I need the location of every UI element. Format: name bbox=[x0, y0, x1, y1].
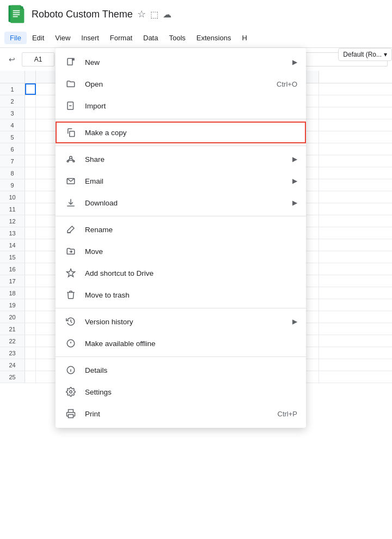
menu-item-version-history[interactable]: Version history ▶ bbox=[56, 311, 306, 332]
cell[interactable] bbox=[25, 203, 36, 215]
import-icon bbox=[64, 99, 77, 112]
undo-button[interactable]: ↩ bbox=[4, 52, 20, 67]
cell[interactable] bbox=[25, 95, 36, 107]
cell[interactable] bbox=[25, 359, 36, 371]
cell[interactable] bbox=[25, 155, 36, 167]
cell[interactable] bbox=[25, 191, 36, 203]
svg-rect-11 bbox=[70, 131, 75, 137]
cell[interactable] bbox=[25, 311, 36, 323]
row-number: 14 bbox=[0, 239, 25, 251]
shortcut-icon bbox=[64, 267, 77, 280]
name-box[interactable] bbox=[22, 52, 54, 66]
theme-label: Default (Ro... bbox=[343, 51, 382, 58]
import-label: Import bbox=[85, 102, 297, 110]
row-number: 24 bbox=[0, 359, 25, 371]
cell[interactable] bbox=[25, 287, 36, 299]
menu-edit[interactable]: Edit bbox=[27, 32, 50, 44]
menu-item-open[interactable]: Open Ctrl+O bbox=[56, 73, 306, 95]
cell[interactable] bbox=[25, 83, 36, 95]
details-label: Details bbox=[85, 366, 297, 374]
settings-label: Settings bbox=[85, 388, 297, 396]
title-actions: ☆ ⬚ ☁ bbox=[137, 8, 171, 20]
menu-help[interactable]: H bbox=[236, 32, 252, 44]
menu-item-move-to-trash[interactable]: Move to trash bbox=[56, 284, 306, 306]
shortcut-label: Add shortcut to Drive bbox=[85, 269, 297, 277]
row-number: 6 bbox=[0, 143, 25, 155]
new-arrow: ▶ bbox=[292, 58, 297, 66]
star-icon[interactable]: ☆ bbox=[137, 8, 146, 20]
share-arrow: ▶ bbox=[292, 155, 297, 163]
row-number: 12 bbox=[0, 215, 25, 227]
menu-item-print[interactable]: Print Ctrl+P bbox=[56, 403, 306, 425]
email-arrow: ▶ bbox=[292, 177, 297, 185]
menu-item-new[interactable]: New ▶ bbox=[56, 51, 306, 73]
svg-marker-20 bbox=[67, 269, 75, 277]
cell[interactable] bbox=[25, 335, 36, 347]
offline-icon bbox=[64, 337, 77, 350]
cell[interactable] bbox=[25, 299, 36, 311]
menu-tools[interactable]: Tools bbox=[163, 32, 191, 44]
cell[interactable] bbox=[25, 275, 36, 287]
menu-item-import[interactable]: Import bbox=[56, 95, 306, 117]
row-number: 17 bbox=[0, 275, 25, 287]
row-number: 8 bbox=[0, 167, 25, 179]
cell[interactable] bbox=[25, 323, 36, 335]
cell[interactable] bbox=[25, 239, 36, 251]
row-number: 11 bbox=[0, 203, 25, 215]
app-logo bbox=[7, 4, 26, 24]
cell[interactable] bbox=[25, 143, 36, 155]
menu-file[interactable]: File bbox=[4, 32, 27, 44]
row-number: 25 bbox=[0, 371, 25, 383]
open-icon bbox=[64, 77, 77, 90]
row-number: 3 bbox=[0, 107, 25, 119]
divider-1 bbox=[56, 119, 306, 119]
row-number: 7 bbox=[0, 155, 25, 167]
row-number: 1 bbox=[0, 83, 25, 95]
menu-format[interactable]: Format bbox=[105, 32, 138, 44]
row-number: 10 bbox=[0, 191, 25, 203]
menu-item-settings[interactable]: Settings bbox=[56, 381, 306, 403]
cell[interactable] bbox=[25, 251, 36, 263]
row-number: 13 bbox=[0, 227, 25, 239]
col-header-a bbox=[25, 71, 36, 83]
cell[interactable] bbox=[25, 179, 36, 191]
cell[interactable] bbox=[25, 131, 36, 143]
cell[interactable] bbox=[25, 347, 36, 359]
row-number: 20 bbox=[0, 311, 25, 323]
cell[interactable] bbox=[25, 227, 36, 239]
menu-data[interactable]: Data bbox=[138, 32, 163, 44]
row-number: 2 bbox=[0, 95, 25, 107]
row-number: 21 bbox=[0, 323, 25, 335]
folder-icon[interactable]: ⬚ bbox=[150, 9, 158, 20]
divider-3 bbox=[56, 216, 306, 216]
cell[interactable] bbox=[25, 107, 36, 119]
cell[interactable] bbox=[25, 167, 36, 179]
theme-selector[interactable]: Default (Ro... ▾ bbox=[338, 48, 392, 61]
email-icon bbox=[64, 174, 77, 187]
row-number: 4 bbox=[0, 119, 25, 131]
row-number: 16 bbox=[0, 263, 25, 275]
svg-rect-5 bbox=[13, 16, 18, 17]
menu-insert[interactable]: Insert bbox=[76, 32, 105, 44]
menu-item-available-offline[interactable]: Make available offline bbox=[56, 332, 306, 354]
menu-bar: File Edit View Insert Format Data Tools … bbox=[0, 28, 392, 48]
menu-item-add-shortcut[interactable]: Add shortcut to Drive bbox=[56, 262, 306, 284]
share-icon bbox=[64, 153, 77, 166]
document-title: Roboto Custom Theme bbox=[32, 9, 133, 20]
menu-item-make-a-copy[interactable]: Make a copy bbox=[56, 122, 306, 143]
menu-item-details[interactable]: Details bbox=[56, 359, 306, 381]
cell[interactable] bbox=[25, 119, 36, 131]
menu-item-download[interactable]: Download ▶ bbox=[56, 192, 306, 214]
menu-item-rename[interactable]: Rename bbox=[56, 219, 306, 240]
cell[interactable] bbox=[25, 371, 36, 383]
menu-item-share[interactable]: Share ▶ bbox=[56, 148, 306, 170]
offline-label: Make available offline bbox=[85, 340, 297, 348]
svg-rect-6 bbox=[13, 10, 20, 11]
cell[interactable] bbox=[25, 263, 36, 275]
menu-item-move[interactable]: Move bbox=[56, 240, 306, 262]
menu-view[interactable]: View bbox=[50, 32, 76, 44]
cell[interactable] bbox=[25, 215, 36, 227]
menu-item-email[interactable]: Email ▶ bbox=[56, 170, 306, 192]
menu-extensions[interactable]: Extensions bbox=[191, 32, 237, 44]
cloud-icon[interactable]: ☁ bbox=[163, 9, 171, 20]
